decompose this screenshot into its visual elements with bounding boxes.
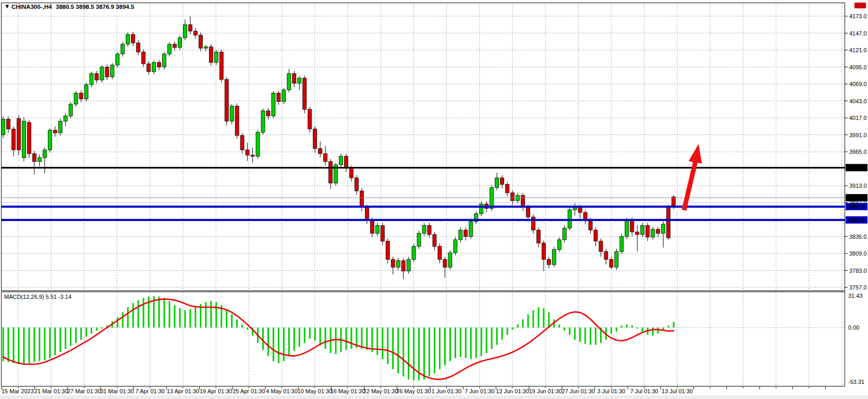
- macd-histogram-bar: [299, 328, 300, 347]
- candle-body: [251, 155, 254, 156]
- macd-histogram-bar: [273, 328, 274, 361]
- time-axis-label: 31 Mar 01:30: [100, 388, 134, 394]
- candle-body: [324, 154, 327, 162]
- macd-histogram-bar: [579, 328, 581, 342]
- candle-body: [459, 230, 462, 240]
- candle-body: [79, 93, 83, 99]
- macd-histogram-bar: [502, 328, 503, 340]
- time-axis-label: 7 Jul 01:30: [630, 388, 658, 394]
- candle-body: [526, 207, 530, 217]
- macd-histogram-bar: [637, 328, 638, 329]
- macd-histogram-bar: [382, 328, 383, 359]
- macd-histogram-bar: [455, 328, 456, 358]
- macd-panel-border: [2, 292, 845, 386]
- macd-histogram-bar: [590, 328, 591, 345]
- candle-body: [557, 240, 561, 250]
- macd-histogram-bar: [226, 309, 227, 328]
- candle-body: [422, 225, 426, 233]
- macd-histogram-bar: [574, 328, 576, 340]
- candle-body: [84, 84, 88, 99]
- candle-body: [635, 232, 639, 235]
- price-axis-label: 4043.0: [849, 98, 867, 104]
- chart-title-symbol: CHINA300-,H4: [11, 4, 52, 10]
- chart-window: 4173.04147.04121.04095.04069.04043.04017…: [0, 0, 868, 399]
- macd-histogram-bar: [496, 328, 498, 345]
- macd-histogram-bar: [70, 328, 71, 346]
- candle-body: [69, 104, 72, 116]
- time-axis-label: 13 Jun 01:30: [496, 388, 529, 394]
- macd-histogram-bar: [127, 307, 129, 328]
- candle-body: [319, 149, 322, 154]
- macd-histogram-bar: [59, 328, 61, 352]
- candle-body: [656, 229, 660, 234]
- candle-body: [43, 150, 46, 158]
- price-axis-label: 3757.0: [849, 284, 867, 291]
- candle-body: [111, 65, 114, 77]
- symbol-dropdown-icon[interactable]: ▼: [4, 3, 10, 9]
- candle-body: [292, 74, 296, 83]
- macd-histogram-bar: [548, 312, 549, 328]
- price-axis-label: 3913.0: [849, 183, 867, 189]
- candle-body: [620, 237, 624, 252]
- macd-histogram-bar: [325, 328, 326, 349]
- macd-histogram-bar: [101, 328, 103, 329]
- macd-panel: [3, 296, 675, 381]
- candle-body: [246, 150, 249, 155]
- time-axis-label: 26 May 01:30: [396, 388, 431, 394]
- macd-histogram-bar: [652, 328, 654, 336]
- macd-histogram-bar: [434, 328, 435, 373]
- candle-body: [298, 78, 301, 83]
- candle-body: [58, 121, 62, 133]
- time-axis-label: 19 Jun 01:30: [529, 388, 562, 394]
- time-axis-label: 25 Apr 01:30: [233, 388, 265, 394]
- time-axis-label: 27 Mar 01:30: [67, 388, 101, 394]
- candle-body: [126, 34, 130, 44]
- candle-body: [349, 168, 353, 178]
- macd-histogram-bar: [267, 328, 269, 356]
- candle-body: [552, 250, 556, 265]
- macd-histogram-bar: [174, 305, 176, 328]
- macd-histogram-bar: [444, 328, 446, 365]
- macd-histogram-bar: [413, 328, 414, 380]
- macd-histogram-bar: [335, 328, 337, 354]
- macd-histogram-bar: [320, 328, 321, 345]
- macd-histogram-bar: [610, 328, 612, 334]
- macd-histogram-bar: [143, 298, 144, 328]
- candle-body: [137, 43, 140, 52]
- candle-body: [90, 74, 93, 84]
- candle-body: [609, 259, 613, 267]
- macd-histogram-bar: [278, 328, 279, 363]
- macd-histogram-bar: [423, 328, 425, 379]
- time-axis-label: 4 May 01:30: [266, 388, 298, 394]
- macd-histogram-bar: [314, 328, 316, 341]
- macd-histogram-bar: [241, 324, 243, 328]
- candle-body: [74, 93, 78, 104]
- candle-body: [615, 251, 618, 267]
- candle-body: [594, 230, 597, 241]
- price-axis-label: 4017.0: [849, 115, 867, 121]
- price-axis-label: 4147.0: [849, 30, 867, 37]
- chart-canvas[interactable]: 4173.04147.04121.04095.04069.04043.04017…: [0, 0, 868, 399]
- macd-indicator-label: MACD(12,26,9) 5.51 -3.14: [4, 294, 71, 300]
- candle-body: [53, 130, 57, 133]
- macd-histogram-bar: [65, 328, 66, 349]
- price-badge-label: 3860.5: [848, 217, 865, 223]
- macd-histogram-bar: [584, 328, 586, 344]
- macd-histogram-bar: [537, 307, 539, 328]
- macd-histogram-bar: [75, 328, 77, 343]
- macd-histogram-bar: [429, 328, 430, 377]
- macd-histogram-bar: [96, 328, 97, 331]
- macd-histogram-bar: [449, 328, 451, 361]
- candle-body: [6, 119, 10, 129]
- price-axis-label: 3991.0: [849, 132, 867, 138]
- macd-axis-label: -53.31: [848, 379, 864, 385]
- candle-body: [454, 240, 457, 253]
- time-axis-label: 7 Apr 01:30: [136, 388, 165, 394]
- candle-body: [542, 243, 545, 259]
- candle-body: [329, 162, 333, 183]
- candle-body: [152, 63, 156, 72]
- level-lines-layer: [2, 167, 845, 220]
- candle-body: [417, 233, 421, 246]
- candle-body: [641, 225, 644, 235]
- candle-body: [168, 44, 172, 54]
